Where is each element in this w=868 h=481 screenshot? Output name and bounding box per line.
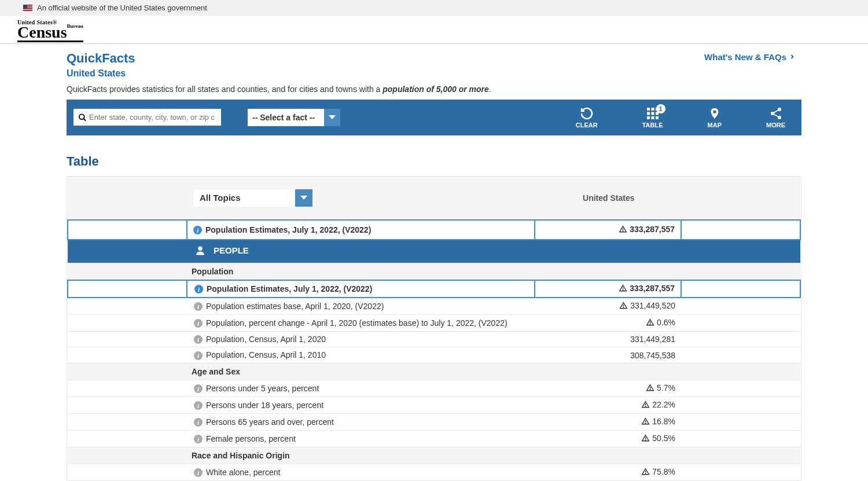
fact-select[interactable]: -- Select a fact --: [247, 108, 341, 127]
svg-point-13: [778, 116, 781, 119]
featured-row[interactable]: iPopulation Estimates, July 1, 2022, (V2…: [68, 220, 800, 240]
svg-point-24: [650, 324, 650, 324]
table-badge: 1: [656, 104, 665, 113]
table-row[interactable]: iPopulation Estimates, July 1, 2022, (V2…: [68, 280, 800, 298]
map-button[interactable]: MAP: [698, 107, 731, 128]
info-icon[interactable]: i: [194, 418, 203, 427]
svg-point-26: [650, 389, 650, 390]
map-label: MAP: [708, 122, 722, 128]
svg-point-17: [623, 230, 623, 231]
table-row[interactable]: iPersons under 18 years, percent22.2%: [68, 396, 800, 413]
info-icon[interactable]: i: [194, 335, 203, 344]
data-table-wrap: All TopicsUnited StatesiPopulation Estim…: [67, 176, 801, 481]
logo-small: United States®: [17, 19, 851, 25]
census-logo[interactable]: United States® CensusBureau: [17, 19, 851, 42]
whats-new-link[interactable]: What's New & FAQs: [704, 52, 796, 62]
chevron-down-icon: [295, 189, 312, 207]
warning-icon[interactable]: [641, 401, 650, 410]
info-icon[interactable]: i: [194, 351, 203, 360]
svg-point-18: [198, 246, 203, 251]
gov-banner-text: An official website of the United States…: [37, 3, 207, 12]
table-row[interactable]: iFemale persons, percent50.5%: [68, 430, 800, 447]
svg-point-32: [645, 439, 646, 440]
info-icon[interactable]: i: [194, 302, 203, 311]
warning-icon[interactable]: [619, 284, 627, 294]
fact-select-label: -- Select a fact --: [248, 110, 324, 125]
table-row[interactable]: iPopulation, Census, April 1, 2020331,44…: [68, 331, 800, 347]
group-heading: Population: [187, 263, 681, 280]
svg-point-11: [778, 108, 781, 111]
svg-line-1: [83, 119, 86, 121]
logo-big: Census: [17, 23, 67, 41]
table-row[interactable]: iPopulation, Census, April 1, 2010308,74…: [68, 347, 800, 363]
svg-rect-3: [651, 108, 654, 111]
svg-line-15: [774, 114, 778, 116]
geo-search-input[interactable]: [87, 111, 216, 123]
table-row[interactable]: iPersons 65 years and over, percent16.8%: [68, 413, 800, 430]
map-pin-icon: [708, 107, 722, 120]
person-icon: [195, 245, 205, 256]
gov-banner: An official website of the United States…: [0, 0, 868, 16]
table-row[interactable]: iPersons under 5 years, percent5.7%: [68, 380, 800, 396]
warning-icon[interactable]: [646, 318, 654, 328]
category-banner: PEOPLE: [187, 240, 681, 263]
info-icon[interactable]: i: [194, 285, 203, 293]
clear-label: CLEAR: [576, 122, 598, 128]
clear-button[interactable]: CLEAR: [567, 107, 607, 128]
info-icon[interactable]: i: [193, 226, 202, 234]
info-icon[interactable]: i: [194, 384, 203, 393]
group-heading: Race and Hispanic Origin: [187, 447, 681, 464]
warning-icon[interactable]: [641, 434, 650, 444]
logo-bureau: Bureau: [67, 24, 83, 29]
warning-icon[interactable]: [619, 225, 627, 235]
svg-point-12: [771, 112, 774, 115]
group-heading: Age and Sex: [187, 363, 681, 380]
share-icon: [769, 107, 783, 120]
svg-line-14: [774, 110, 778, 112]
chevron-down-icon: [324, 109, 340, 126]
page-subtitle: United States: [67, 68, 801, 79]
more-label: MORE: [766, 122, 785, 128]
svg-rect-8: [647, 116, 650, 119]
table-row[interactable]: iPopulation, percent change - April 1, 2…: [68, 314, 800, 331]
info-icon[interactable]: i: [194, 468, 203, 477]
svg-rect-9: [651, 116, 654, 119]
whats-new-label: What's New & FAQs: [704, 52, 786, 62]
search-icon: [78, 113, 87, 122]
undo-icon: [580, 107, 594, 120]
svg-point-30: [645, 423, 646, 423]
page-title: QuickFacts: [67, 51, 801, 66]
table-row[interactable]: iWhite alone, percent75.8%: [68, 464, 800, 480]
warning-icon[interactable]: [619, 302, 628, 311]
info-icon[interactable]: i: [194, 435, 203, 443]
svg-rect-2: [647, 108, 650, 111]
warning-icon[interactable]: [641, 468, 650, 478]
us-flag-icon: [23, 5, 32, 11]
info-icon[interactable]: i: [194, 319, 203, 328]
topics-select[interactable]: All Topics: [194, 189, 312, 207]
svg-point-34: [645, 473, 646, 473]
chevron-right-icon: [789, 53, 796, 60]
svg-rect-10: [656, 116, 659, 119]
toolbar: -- Select a fact -- CLEAR 1 TABLE MAP: [67, 100, 801, 135]
geo-search[interactable]: [73, 109, 221, 126]
info-icon[interactable]: i: [194, 401, 203, 410]
warning-icon[interactable]: [641, 417, 650, 427]
svg-point-28: [645, 406, 646, 406]
page-header: What's New & FAQs QuickFacts United Stat…: [67, 44, 801, 100]
more-button[interactable]: MORE: [757, 107, 795, 128]
table-label: TABLE: [642, 122, 663, 128]
warning-icon[interactable]: [646, 384, 654, 394]
site-header: United States® CensusBureau: [0, 16, 868, 44]
svg-rect-5: [647, 112, 650, 115]
data-table: All TopicsUnited StatesiPopulation Estim…: [67, 177, 801, 481]
page-description: QuickFacts provides statistics for all s…: [67, 85, 801, 94]
table-button[interactable]: 1 TABLE: [633, 107, 672, 128]
svg-rect-6: [651, 112, 654, 115]
section-title: Table: [67, 154, 801, 169]
svg-point-22: [623, 307, 624, 307]
svg-point-0: [79, 114, 84, 119]
table-row[interactable]: iPopulation estimates base, April 1, 202…: [68, 298, 800, 315]
geo-column-header[interactable]: United States: [535, 177, 681, 220]
svg-point-20: [623, 289, 623, 290]
